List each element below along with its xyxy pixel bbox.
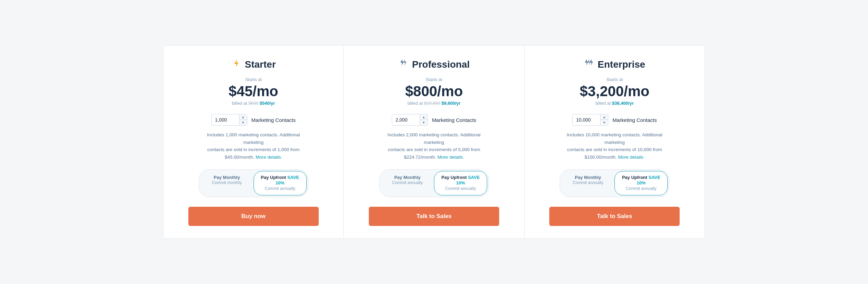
starter-contacts-label: Marketing Contacts [251,117,296,123]
starter-billed-label: billed at [232,101,247,106]
professional-pay-monthly-sub: Commit annually [392,180,423,186]
starter-contacts-spinners: ▲ ▼ [239,114,247,125]
enterprise-plan-header: Enterprise [584,58,645,71]
enterprise-pay-upfront-sub: Commit annually [626,186,656,192]
starter-icon [231,58,242,71]
professional-billed-strikethrough: $10,680 [424,101,440,106]
starter-card: Starter Starts at $45/mo billed at $600 … [163,46,344,238]
enterprise-starts-at: Starts at [606,77,623,82]
professional-desc-line3: $224.72/month. [404,155,436,160]
starter-contacts-row: ▲ ▼ Marketing Contacts [177,114,330,126]
professional-starts-at: Starts at [426,77,442,82]
professional-icon [398,58,409,71]
starter-price: $45/mo [228,83,278,99]
starter-contacts-input-wrapper: ▲ ▼ [211,114,247,126]
svg-marker-2 [403,59,407,66]
professional-contacts-down[interactable]: ▼ [420,120,427,125]
professional-contacts-input-wrapper: ▲ ▼ [392,114,428,126]
professional-pay-monthly-option[interactable]: Pay Monthly Commit annually [381,171,434,195]
starter-desc-line3: $45.00/month. [225,155,254,160]
professional-billed-at: billed at $10,680 $9,600/yr [408,101,461,106]
starter-contacts-down[interactable]: ▼ [239,120,247,125]
professional-contacts-spinners: ▲ ▼ [420,114,427,125]
starter-plan-name: Starter [245,59,276,70]
starter-billed-at: billed at $600 $540/yr [232,101,275,106]
enterprise-pay-upfront-label: Pay Upfront SAVE 10% [619,175,663,186]
enterprise-billed-at: billed at $38,400/yr [596,101,634,106]
enterprise-card: Enterprise Starts at $3,200/mo billed at… [525,46,705,238]
professional-billed-label: billed at [408,101,423,106]
professional-desc-line1: Includes 2,000 marketing contacts. Addit… [388,132,481,145]
starter-pay-monthly-label: Pay Monthly [214,175,240,181]
starter-contacts-up[interactable]: ▲ [239,114,247,120]
professional-desc-line2: contacts are sold in increments of 5,000… [388,147,480,152]
professional-contacts-row: ▲ ▼ Marketing Contacts [357,114,510,126]
starter-pay-monthly-sub: Commit monthly [212,180,242,186]
enterprise-contacts-input-wrapper: ▲ ▼ [572,114,608,126]
enterprise-desc-line1: Includes 10,000 marketing contacts. Addi… [567,132,662,145]
enterprise-billed-label: billed at [596,101,611,106]
enterprise-pay-monthly-label: Pay Monthly [575,175,601,181]
enterprise-price: $3,200/mo [580,83,649,99]
starter-starts-at: Starts at [245,77,261,82]
enterprise-contacts-up[interactable]: ▲ [600,114,608,120]
enterprise-billing-toggle: Pay Monthly Commit annually Pay Upfront … [560,169,669,197]
starter-contacts-input[interactable] [212,114,239,125]
enterprise-contacts-spinners: ▲ ▼ [600,114,608,125]
enterprise-cta-button[interactable]: Talk to Sales [549,207,680,226]
professional-contacts-label: Marketing Contacts [432,117,476,123]
professional-plan-name: Professional [412,59,470,70]
professional-plan-header: Professional [398,58,470,71]
svg-marker-5 [590,59,593,66]
enterprise-pay-monthly-sub: Commit annually [573,180,603,186]
enterprise-pay-monthly-option[interactable]: Pay Monthly Commit annually [561,171,614,195]
starter-desc-line2: contacts are sold in increments of 1,000… [207,147,300,152]
professional-pay-upfront-option[interactable]: Pay Upfront SAVE 10% Commit annually [434,171,487,195]
professional-cta-button[interactable]: Talk to Sales [369,207,499,226]
professional-billed-amount: $9,600/yr [442,101,461,106]
starter-billed-amount: $540/yr [260,101,275,106]
enterprise-contacts-row: ▲ ▼ Marketing Contacts [538,114,691,126]
starter-desc-line1: Includes 1,000 marketing contacts. Addit… [207,132,300,145]
professional-pay-upfront-sub: Commit annually [445,186,476,192]
starter-plan-header: Starter [231,58,276,71]
pricing-container: Starter Starts at $45/mo billed at $600 … [163,45,705,239]
starter-pay-monthly-option[interactable]: Pay Monthly Commit monthly [200,171,254,195]
starter-pay-upfront-option[interactable]: Pay Upfront SAVE 10% Commit annually [254,171,307,195]
professional-contacts-description: Includes 2,000 marketing contacts. Addit… [379,131,489,161]
enterprise-contacts-description: Includes 10,000 marketing contacts. Addi… [560,131,669,161]
enterprise-contacts-down[interactable]: ▼ [600,120,608,125]
professional-more-details[interactable]: More details. [437,155,464,160]
professional-pay-upfront-label: Pay Upfront SAVE 10% [438,175,483,186]
starter-pay-upfront-label: Pay Upfront SAVE 10% [258,175,302,186]
enterprise-billed-amount: $38,400/yr [612,101,634,106]
professional-pay-monthly-label: Pay Monthly [394,175,421,181]
enterprise-icon [584,58,594,71]
professional-card: Professional Starts at $800/mo billed at… [344,46,524,238]
starter-billing-toggle: Pay Monthly Commit monthly Pay Upfront S… [199,169,308,197]
starter-billed-strikethrough: $600 [248,101,258,106]
professional-contacts-up[interactable]: ▲ [420,114,427,120]
enterprise-plan-name: Enterprise [598,59,645,70]
professional-price: $800/mo [405,83,463,99]
enterprise-desc-line3: $100.00/month. [585,155,617,160]
enterprise-contacts-label: Marketing Contacts [612,117,657,123]
professional-billing-toggle: Pay Monthly Commit annually Pay Upfront … [379,169,489,197]
professional-contacts-input[interactable] [392,114,420,125]
starter-more-details[interactable]: More details. [256,155,282,160]
enterprise-pay-upfront-option[interactable]: Pay Upfront SAVE 10% Commit annually [614,171,668,195]
svg-marker-0 [234,59,238,67]
enterprise-more-details[interactable]: More details. [618,155,644,160]
starter-pay-upfront-sub: Commit annually [265,186,295,192]
starter-contacts-description: Includes 1,000 marketing contacts. Addit… [199,131,308,161]
enterprise-desc-line2: contacts are sold in increments of 10,00… [567,147,662,152]
enterprise-contacts-input[interactable] [573,114,600,125]
starter-cta-button[interactable]: Buy now [188,207,319,226]
